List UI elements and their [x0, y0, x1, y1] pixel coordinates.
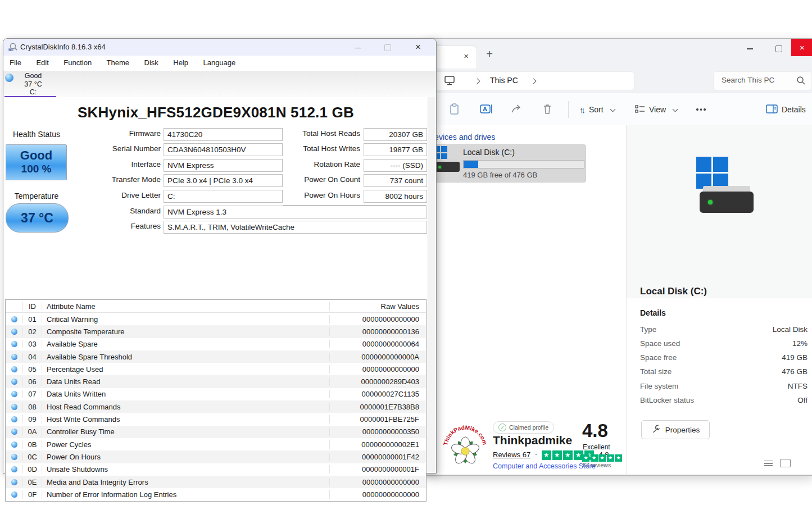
table-row[interactable]: 0BPower Cycles000000000002E1: [6, 438, 426, 450]
attr-raw: 000000027C1135: [329, 390, 426, 398]
search-input[interactable]: Search This PC: [713, 71, 812, 90]
menu-help[interactable]: Help: [167, 56, 194, 70]
rating-grade: Excellent: [583, 443, 610, 451]
table-row[interactable]: 0EMedia and Data Integrity Errors0000000…: [6, 476, 426, 488]
minimize-button[interactable]: [741, 42, 758, 54]
claimed-profile-badge[interactable]: Claimed profile: [493, 421, 554, 434]
details-pane-toggle[interactable]: Details: [766, 101, 806, 118]
attr-id: 0F: [22, 490, 42, 499]
delete-button[interactable]: [542, 101, 553, 118]
new-tab-button[interactable]: +: [483, 48, 496, 61]
menu-file[interactable]: File: [3, 56, 28, 70]
table-row[interactable]: 08Host Read Commands0000001E7B38B8: [6, 400, 426, 413]
windows-logo-icon: [696, 157, 728, 189]
star-icon: [582, 454, 589, 462]
search-icon: [796, 76, 806, 88]
local-disk-item[interactable]: Local Disk (C:) 419 GB free of 476 GB: [430, 144, 586, 183]
attr-name: Percentage Used: [42, 365, 329, 374]
table-row[interactable]: 0AController Busy Time00000000000350: [6, 426, 426, 438]
menu-theme[interactable]: Theme: [101, 56, 135, 70]
status-orb-icon: [11, 341, 17, 347]
table-row[interactable]: 09Host Write Commands0000001FBE725F: [6, 413, 426, 425]
address-bar[interactable]: This PC: [434, 71, 634, 90]
detail-value: 476 GB: [782, 367, 808, 376]
attr-name: Number of Error Information Log Entries: [42, 490, 329, 499]
star-icon: [574, 450, 583, 460]
table-row[interactable]: 0CPower On Hours00000000001F42: [6, 450, 426, 463]
field-label: Total Host Writes: [284, 144, 360, 153]
field-value: NVM Express 1.3: [164, 206, 427, 218]
list-view-toggle-icon[interactable]: [764, 461, 773, 466]
menu-edit[interactable]: Edit: [30, 56, 55, 70]
clipboard-icon: [449, 103, 460, 117]
close-button[interactable]: ×: [791, 39, 812, 56]
table-row[interactable]: 07Data Units Written000000027C1135: [6, 388, 426, 400]
sort-label: Sort: [589, 105, 604, 114]
file-explorer-window: × + × This PC Search This PC A: [425, 38, 812, 476]
table-row[interactable]: 0FNumber of Error Information Log Entrie…: [6, 488, 426, 500]
menu-language[interactable]: Language: [197, 56, 242, 70]
attr-name: Unsafe Shutdowns: [42, 465, 329, 473]
table-row[interactable]: 06Data Units Read0000000289D403: [6, 375, 426, 388]
status-orb-icon: [11, 466, 17, 472]
rename-button[interactable]: A: [480, 101, 492, 118]
thumbnail-view-toggle-icon[interactable]: [780, 459, 791, 467]
field-value: PCIe 3.0 x4 | PCIe 3.0 x4: [164, 174, 283, 187]
drive-selector-tab[interactable]: Good 37 °C C:: [3, 71, 436, 98]
attr-id: 0E: [22, 478, 42, 486]
table-row[interactable]: 05Percentage Used00000000000000: [6, 363, 426, 375]
detail-label: Space used: [640, 339, 680, 348]
table-row[interactable]: 01Critical Warning00000000000000: [6, 313, 426, 325]
share-button[interactable]: [511, 101, 523, 118]
properties-label: Properties: [665, 426, 700, 434]
rename-icon: A: [480, 103, 492, 117]
paste-button[interactable]: [449, 101, 460, 118]
table-row[interactable]: 04Available Spare Threshold0000000000000…: [6, 350, 426, 363]
status-orb-icon: [11, 491, 17, 498]
field-value: C:: [164, 190, 283, 203]
field-value: CDA3N604810503H0V: [164, 143, 283, 156]
maximize-button[interactable]: [770, 42, 787, 54]
menu-disk[interactable]: Disk: [138, 56, 165, 70]
properties-button[interactable]: Properties: [641, 420, 710, 439]
attr-raw: 0000000289D403: [329, 377, 426, 386]
view-label: View: [649, 105, 666, 114]
field-label: Firmware: [76, 129, 161, 138]
detail-label: Space free: [640, 353, 677, 362]
table-row[interactable]: 0DUnsafe Shutdowns0000000000001F: [6, 463, 426, 476]
group-header-devices-and-drives[interactable]: Devices and drives: [429, 133, 495, 142]
header-attribute-name: Attribute Name: [42, 302, 329, 311]
cdi-body: SKHynix_HFS512GDE9X081N 512.1 GB Health …: [3, 97, 436, 473]
status-orb-icon: [11, 404, 17, 410]
reviews-link[interactable]: Reviews 67: [493, 450, 530, 459]
status-orb-icon: [11, 316, 17, 322]
table-row[interactable]: 02Composite Temperature00000000000136: [6, 325, 426, 338]
sort-button[interactable]: ↑↓ Sort: [579, 101, 615, 118]
status-orb-icon: [11, 429, 17, 435]
maximize-button[interactable]: [379, 39, 396, 56]
close-button[interactable]: ×: [410, 39, 427, 56]
menu-function[interactable]: Function: [57, 56, 98, 70]
pane-drive-title: Local Disk (C:): [640, 286, 707, 297]
attr-raw: 000000000002E1: [329, 440, 426, 449]
claimed-label: Claimed profile: [509, 424, 548, 431]
header-raw-values: Raw Values: [329, 302, 426, 311]
attr-name: Power On Hours: [42, 453, 329, 461]
tab-close-icon[interactable]: ×: [464, 51, 469, 61]
field-value: NVM Express: [164, 159, 283, 172]
see-more-button[interactable]: [696, 101, 706, 118]
status-orb-icon: [11, 391, 17, 397]
minimize-button[interactable]: [350, 39, 366, 56]
breadcrumb-this-pc[interactable]: This PC: [490, 76, 518, 85]
field-label: Rotation Rate: [284, 160, 360, 169]
detail-label: File system: [640, 382, 678, 390]
view-button[interactable]: View: [634, 101, 677, 118]
status-orb-icon: [11, 329, 17, 335]
scrollbar[interactable]: [428, 97, 436, 472]
star-icon: [615, 454, 622, 462]
window-title: CrystalDiskInfo 8.16.3 x64: [20, 39, 106, 56]
attr-id: 04: [22, 353, 42, 361]
category-link[interactable]: Computer and Accessories Store: [493, 462, 596, 470]
table-row[interactable]: 03Available Spare00000000000064: [6, 338, 426, 350]
attr-name: Critical Warning: [42, 315, 329, 324]
